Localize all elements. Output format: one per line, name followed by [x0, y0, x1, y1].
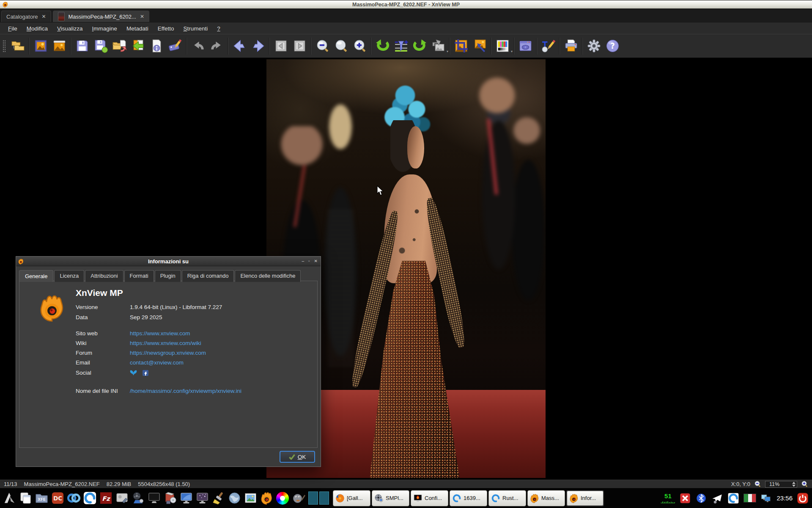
menu-modifica[interactable]: Modifica	[22, 25, 52, 32]
export-button[interactable]	[129, 36, 147, 56]
launcher-disk-utility-icon[interactable]	[114, 489, 130, 507]
dialog-close-icon[interactable]: ✕	[314, 259, 318, 263]
launcher-xfe-icon[interactable]: XFE	[33, 489, 49, 507]
task-1639[interactable]: 1639...	[450, 490, 487, 506]
spin-down-icon[interactable]	[792, 485, 796, 487]
launcher-screensaver-icon[interactable]	[194, 489, 210, 507]
view-button[interactable]	[31, 36, 50, 56]
close-icon[interactable]: ✕	[41, 14, 46, 19]
task-informazioni[interactable]: Infor...	[566, 490, 604, 506]
email-link[interactable]: contact@xnview.com	[130, 359, 184, 366]
zoom-level-spinbox[interactable]: 11%	[765, 481, 797, 488]
dialog-title-bar[interactable]: Informazioni su – ▫ ✕	[16, 257, 321, 266]
menu-effetto[interactable]: Effetto	[153, 25, 179, 32]
launcher-sync-rings-icon[interactable]	[66, 489, 82, 507]
zoom-in-button[interactable]	[350, 36, 369, 56]
bluesky-icon[interactable]	[130, 370, 137, 376]
power-button-icon[interactable]	[797, 492, 809, 504]
menu-immagine[interactable]: Immagine	[88, 25, 122, 32]
keyboard-layout-flag-it[interactable]	[743, 494, 756, 502]
previous-image-button[interactable]	[272, 36, 290, 56]
sync-tray-icon[interactable]	[727, 492, 739, 504]
network-monitor-icon[interactable]	[760, 492, 772, 504]
edit-iptc-button[interactable]	[166, 36, 184, 56]
telegram-icon[interactable]	[711, 492, 723, 504]
menu-help[interactable]: ?	[212, 25, 225, 32]
tab-elenco-modifiche[interactable]: Elenco delle modifiche	[235, 270, 301, 282]
task-config[interactable]: Confi...	[411, 490, 448, 506]
task-massimopeca[interactable]: Mass...	[527, 490, 565, 506]
workspace-2[interactable]	[319, 491, 329, 505]
launcher-app-menu-icon[interactable]	[1, 489, 17, 507]
zoom-in-icon[interactable]	[801, 480, 808, 488]
redo-button[interactable]	[207, 36, 226, 56]
auto-adjust-button[interactable]	[392, 36, 410, 56]
launcher-media-encoder-icon[interactable]	[130, 489, 146, 507]
ini-path-link[interactable]: /home/massimo/.config/xnviewmp/xnview.in…	[130, 388, 241, 394]
launcher-package-installer-icon[interactable]	[162, 489, 178, 507]
close-icon[interactable]: ✕	[140, 14, 144, 19]
save-button[interactable]	[73, 36, 91, 56]
forum-link[interactable]: https://newsgroup.xnview.com	[130, 350, 206, 356]
tab-catalogatore[interactable]: Catalogatore ✕	[1, 11, 51, 22]
workspace-pager[interactable]	[308, 491, 329, 505]
launcher-photo-viewer-icon[interactable]	[242, 489, 258, 507]
zoom-original-button[interactable]	[332, 36, 350, 56]
menu-metadati[interactable]: Metadati	[122, 25, 153, 32]
next-image-button[interactable]	[290, 36, 309, 56]
menu-file[interactable]: File	[3, 25, 22, 32]
launcher-sync-client-icon[interactable]	[82, 489, 98, 507]
dropdown-caret-icon[interactable]: ▾	[447, 50, 448, 53]
zoom-out-button[interactable]	[313, 36, 332, 56]
website-link[interactable]: https://www.xnview.com	[130, 330, 190, 337]
menu-visualizza[interactable]: Visualizza	[52, 25, 88, 32]
tab-riga-di-comando[interactable]: Riga di comando	[182, 270, 234, 282]
clock[interactable]: 23:56	[776, 494, 793, 502]
launcher-display-settings-icon[interactable]	[178, 489, 194, 507]
zoom-out-icon[interactable]	[754, 480, 761, 488]
menu-strumenti[interactable]: Strumenti	[178, 25, 212, 32]
task-gallery-firefox[interactable]: [Gall...	[333, 490, 370, 506]
dropdown-caret-icon[interactable]: ▾	[511, 50, 513, 53]
undo-button[interactable]	[189, 36, 207, 56]
alert-close-icon[interactable]	[679, 492, 691, 504]
launcher-filezilla-icon[interactable]: Fz	[98, 489, 114, 507]
rotate-left-button[interactable]	[373, 36, 392, 56]
launcher-gimp-icon[interactable]	[291, 489, 307, 507]
task-smplayer[interactable]: SMPl...	[372, 490, 409, 506]
convert-button[interactable]: ▾	[429, 36, 447, 56]
help-button[interactable]: ?	[603, 36, 622, 56]
launcher-bleachbit-icon[interactable]	[210, 489, 226, 507]
tab-image[interactable]: MassimoPeca-MPZ_6202... ✕	[53, 11, 149, 22]
tab-licenza[interactable]: Licenza	[54, 270, 84, 282]
wiki-link[interactable]: https://www.xnview.com/wiki	[130, 340, 201, 346]
launcher-xnview-icon[interactable]	[258, 489, 274, 507]
ok-button[interactable]: OK	[280, 451, 315, 463]
dialog-maximize-icon[interactable]: ▫	[308, 259, 310, 263]
back-button[interactable]	[230, 36, 249, 56]
tab-plugin[interactable]: Plugin	[155, 270, 181, 282]
cpu-monitor[interactable]: 51	[661, 493, 675, 503]
spin-up-icon[interactable]	[792, 482, 796, 484]
info-button[interactable]	[147, 36, 166, 56]
tab-formati[interactable]: Formati	[124, 270, 154, 282]
slideshow-button[interactable]	[50, 36, 69, 56]
tab-generale[interactable]: Generale	[19, 270, 53, 282]
forward-button[interactable]	[249, 36, 267, 56]
open-with-button[interactable]	[110, 36, 129, 56]
launcher-web-browser-icon[interactable]	[226, 489, 242, 507]
toolbar-drag-handle[interactable]	[3, 40, 5, 52]
save-as-button[interactable]	[91, 36, 110, 56]
launcher-color-picker-icon[interactable]	[274, 489, 291, 507]
crop-button[interactable]	[452, 36, 470, 56]
launcher-dc-icon[interactable]: DC	[49, 489, 66, 507]
resize-button[interactable]	[470, 36, 489, 56]
workspace-1[interactable]	[308, 491, 318, 505]
launcher-terminal-icon[interactable]	[146, 489, 162, 507]
browse-button[interactable]	[8, 36, 27, 56]
settings-button[interactable]	[584, 36, 603, 56]
print-button[interactable]	[562, 36, 580, 56]
task-rust[interactable]: Rust...	[488, 490, 526, 506]
launcher-windows-icon[interactable]	[17, 489, 33, 507]
colors-button[interactable]: ▾	[493, 36, 512, 56]
